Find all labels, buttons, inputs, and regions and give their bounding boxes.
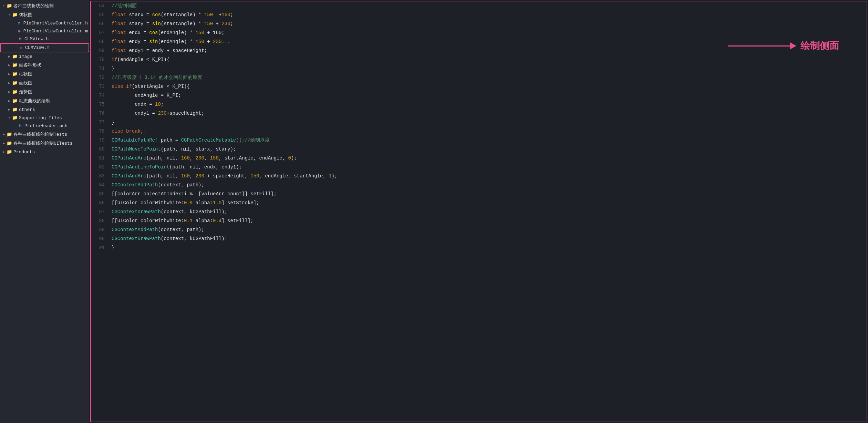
code-token: if — [112, 57, 117, 62]
sidebar-item-others[interactable]: ▶📁others — [0, 105, 89, 114]
sidebar: ▾📁各种曲线折线的绘制▾📁饼状图hPieChartViewController.… — [0, 0, 90, 423]
table-row: 84CGContextAddPath(context, path); — [91, 180, 867, 189]
code-token: 230 — [196, 173, 204, 179]
main-content: 绘制侧面 64//绘制侧面65float starx = cos(startAn… — [90, 0, 868, 423]
line-code[interactable]: CGPathAddArc(path, nil, 160, 230, 150, s… — [107, 154, 867, 163]
line-code[interactable]: CGPathAddArc(path, nil, 160, 230 + space… — [107, 172, 867, 180]
code-token: endx = — [112, 102, 155, 107]
line-code[interactable]: [[UIColor colorWithWhite:0.9 alpha:1.0] … — [107, 198, 867, 207]
line-code[interactable]: CGPathMoveToPoint(path, nil, starx, star… — [107, 145, 867, 154]
line-code[interactable]: float endy = sin(endAngle) * 150 + 230..… — [107, 37, 867, 46]
table-row: 64//绘制侧面 — [91, 1, 867, 10]
line-code[interactable]: float stary = sin(startAngle) * 150 + 23… — [107, 19, 867, 28]
code-token: float — [112, 21, 126, 27]
line-code[interactable]: //绘制侧面 — [107, 1, 867, 10]
sidebar-item-bingzhuang[interactable]: ▾📁饼状图 — [0, 10, 89, 19]
line-code[interactable]: } — [107, 243, 867, 252]
tree-icon-bingzhuang: 📁 — [12, 12, 18, 18]
line-code[interactable]: else break; — [107, 127, 867, 136]
tree-arrow-uitests: ▶ — [1, 141, 6, 145]
line-code[interactable]: float endy1 = endy + spaceHeight; — [107, 46, 867, 55]
table-row: 70if(endAngle < K_PI){ — [91, 55, 867, 64]
sidebar-item-zhuzt[interactable]: ▶📁柱状图 — [0, 70, 89, 79]
line-code[interactable]: //只有弧度《 3.14 的才会画前面的厚度 — [107, 73, 867, 82]
line-number: 88 — [91, 216, 107, 225]
sidebar-item-prefix-h[interactable]: hPrefixHeader.pch — [0, 122, 89, 130]
sidebar-item-products[interactable]: ▶📁Products — [0, 148, 89, 156]
code-token: CGContextAddPath — [112, 227, 158, 233]
code-token: 160 — [181, 173, 190, 179]
code-token: float — [112, 39, 126, 44]
line-code[interactable]: float endx = cos(endAngle) * 150 + 160; — [107, 28, 867, 37]
line-code[interactable]: if(endAngle < K_PI){ — [107, 55, 867, 64]
sidebar-item-zoushi[interactable]: ▶📁走势图 — [0, 87, 89, 96]
sidebar-item-pie-h[interactable]: hPieChartViewController.h — [0, 19, 89, 27]
tree-label-products: Products — [13, 149, 35, 155]
code-token: 150 — [210, 155, 219, 161]
code-token: (context, path); — [158, 182, 204, 188]
line-code[interactable]: CGContextAddPath(context, path); — [107, 225, 867, 234]
line-number: 89 — [91, 225, 107, 234]
table-row: 72//只有弧度《 3.14 的才会画前面的厚度 — [91, 73, 867, 82]
line-number: 91 — [91, 243, 107, 252]
tree-arrow-image: ▶ — [7, 54, 12, 59]
tree-label-supporting: Supporting Files — [19, 115, 62, 121]
tree-icon-tests: 📁 — [6, 132, 12, 137]
code-token: else if — [112, 84, 132, 89]
line-number: 71 — [91, 64, 107, 73]
code-token: ); — [332, 173, 338, 179]
code-token: 150 — [196, 30, 204, 35]
line-code[interactable]: endy1 = 230+spaceHeight; — [107, 109, 867, 118]
line-code[interactable]: [[colorArr objectAtIndex:i % [valueArr c… — [107, 189, 867, 198]
code-token: 230 — [221, 21, 230, 27]
code-token: 0.1 — [184, 218, 193, 224]
sidebar-item-tests[interactable]: ▶📁各种曲线折线的绘制Tests — [0, 130, 89, 139]
code-token: [[colorArr objectAtIndex:i % — [112, 191, 196, 197]
code-token: CGPathAddArc — [112, 155, 146, 161]
code-token: ); — [291, 155, 297, 161]
code-token: , — [204, 155, 210, 161]
line-code[interactable]: CGContextDrawPath(context, kCGPathFill): — [107, 234, 867, 243]
tree-icon-products: 📁 — [6, 149, 12, 155]
code-token: 150 — [250, 173, 259, 179]
sidebar-item-uitests[interactable]: ▶📁各种曲线折线的绘制UITests — [0, 139, 89, 148]
sidebar-item-image[interactable]: ▶📁image — [0, 52, 89, 61]
sidebar-item-supporting[interactable]: ▾📁Supporting Files — [0, 114, 89, 122]
sidebar-item-pie-m[interactable]: mPieChartViewController.m — [0, 27, 89, 35]
line-code[interactable]: endx = 10; — [107, 100, 867, 109]
tree-label-tests: 各种曲线折线的绘制Tests — [13, 131, 67, 137]
code-token: break — [126, 128, 141, 134]
line-code[interactable]: CGContextAddPath(context, path); — [107, 180, 867, 189]
line-code[interactable]: [[UIColor colorWithWhite:0.1 alpha:0.4] … — [107, 216, 867, 225]
table-row: 89CGContextAddPath(context, path); — [91, 225, 867, 234]
line-code[interactable]: } — [107, 64, 867, 73]
code-token: starx = — [126, 12, 152, 18]
code-editor[interactable]: 绘制侧面 64//绘制侧面65float starx = cos(startAn… — [90, 1, 867, 422]
line-number: 85 — [91, 189, 107, 198]
sidebar-item-dongtai[interactable]: ▶📁动态曲线的绘制 — [0, 96, 89, 105]
sidebar-item-clm-h[interactable]: hCLMView.h — [0, 35, 89, 43]
line-code[interactable]: } — [107, 118, 867, 127]
line-code[interactable]: CGMutablePathRef path = CGPathCreateMuta… — [107, 136, 867, 145]
line-code[interactable]: CGContextDrawPath(context, kCGPathFill); — [107, 207, 867, 216]
line-code[interactable]: else if(startAngle < K_PI){ — [107, 82, 867, 91]
code-token: ... — [221, 39, 230, 44]
tree-icon-uitests: 📁 — [6, 141, 12, 146]
sidebar-item-huaxian[interactable]: ▶📁画线图 — [0, 79, 89, 87]
code-table: 64//绘制侧面65float starx = cos(startAngle) … — [91, 1, 867, 252]
sidebar-item-clm-m[interactable]: mCLMView.m — [0, 43, 89, 52]
tree-label-prefix-h: PrefixHeader.pch — [24, 123, 68, 128]
line-code[interactable]: endAngle = K_PI; — [107, 91, 867, 100]
line-number: 77 — [91, 118, 107, 127]
code-token: , startAngle, endAngle, — [219, 155, 288, 161]
code-token: path = — [158, 137, 181, 143]
sidebar-item-shapes[interactable]: ▶📁画各种形状 — [0, 61, 89, 70]
code-token: ] setFill]; — [221, 218, 253, 224]
code-token: } — [112, 245, 114, 250]
tree-label-zoushi: 走势图 — [19, 89, 32, 95]
tree-icon-clm-h: h — [17, 37, 23, 42]
tree-icon-others: 📁 — [12, 107, 18, 112]
line-code[interactable]: CGPathAddLineToPoint(path, nil, endx, en… — [107, 163, 867, 172]
sidebar-item-root[interactable]: ▾📁各种曲线折线的绘制 — [0, 1, 89, 10]
line-code[interactable]: float starx = cos(startAngle) * 150 +160… — [107, 10, 867, 19]
